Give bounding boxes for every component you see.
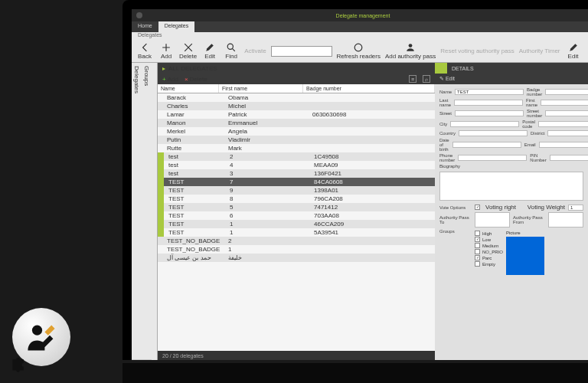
email-field[interactable] — [539, 142, 588, 148]
table-row[interactable]: TEST57471412 — [158, 203, 435, 211]
table-row[interactable]: TEST_NO_BADGE1 — [158, 245, 435, 254]
window-menu-icon[interactable] — [136, 12, 142, 18]
table-row[interactable]: test21C49508 — [158, 152, 435, 161]
add-authority-button[interactable]: Add authority pass — [385, 43, 436, 60]
activate-button: Activate — [244, 47, 266, 54]
table-row[interactable]: MerkelAngela — [158, 127, 435, 136]
table-row[interactable]: TEST146CCA209 — [158, 220, 435, 228]
pass-from-area[interactable] — [548, 212, 583, 228]
group-checkbox[interactable]: Empty — [475, 261, 503, 267]
details-form: NameBadge number Last nameFirst name Str… — [435, 84, 588, 360]
list-header: ▸ALL DELEGATES — [158, 63, 435, 74]
table-row[interactable]: حمد بن عيسى آلخليفة — [158, 254, 435, 262]
name-field[interactable] — [455, 89, 524, 95]
lastname-field[interactable] — [454, 100, 523, 106]
col-name: Name — [158, 84, 219, 93]
product-logo — [12, 308, 75, 371]
badge-field[interactable] — [545, 89, 588, 95]
dob-field[interactable] — [452, 142, 521, 148]
edit-ext-button[interactable]: Edit — [565, 43, 582, 60]
country-field[interactable] — [459, 130, 528, 136]
add-button[interactable]: Add — [158, 43, 175, 60]
pin-field[interactable] — [550, 155, 588, 161]
table-row[interactable]: test3136F0421 — [158, 169, 435, 178]
table-row[interactable]: RutteMark — [158, 144, 435, 152]
list-add-button[interactable]: +Add — [162, 76, 178, 83]
group-checkbox[interactable]: Parc — [475, 255, 503, 260]
sidebar-item-delegates[interactable]: Delegates — [132, 63, 142, 360]
status-bar: 20 / 20 delegates — [158, 351, 435, 360]
subtab-label: Delegates — [132, 32, 588, 40]
groups-list[interactable]: HighLowMediumNO_PRIOParcEmpty — [475, 231, 503, 275]
pass-to-area[interactable] — [475, 212, 510, 228]
authority-timer-button: Authority Timer — [519, 47, 560, 54]
table-row[interactable]: test4MEAA09 — [158, 161, 435, 169]
table-row[interactable]: TEST_NO_BADGE2 — [158, 237, 435, 245]
col-firstname: First name — [219, 84, 303, 93]
back-button[interactable]: Back — [136, 43, 153, 60]
search-icon[interactable]: ⌕ — [423, 75, 430, 83]
group-checkbox[interactable]: Low — [475, 237, 503, 242]
edit-button[interactable]: Edit — [201, 43, 218, 60]
phone-field[interactable] — [458, 155, 527, 161]
refresh-readers-button[interactable]: Refresh readers — [337, 43, 381, 60]
sidebar-item-groups[interactable]: Groups — [142, 63, 152, 360]
svg-point-2 — [32, 326, 42, 336]
titlebar: Delegate management — [132, 9, 588, 21]
street-field[interactable] — [455, 110, 524, 116]
main-tabs: Home Delegates — [132, 21, 588, 32]
reset-voting-button: Reset voting authority pass — [440, 47, 514, 54]
table-row[interactable]: LamarPatrick0630630698 — [158, 110, 435, 119]
list-delete-button[interactable]: ×Delete — [185, 76, 207, 83]
table-row[interactable]: TEST6703AA08 — [158, 211, 435, 220]
table-row[interactable]: PutinVladimir — [158, 136, 435, 144]
delete-button[interactable]: Delete — [179, 43, 197, 60]
delegate-list[interactable]: BarackObamaCharlesMichelLamarPatrick0630… — [158, 93, 435, 351]
puzzle-icon — [11, 354, 29, 372]
picture-box[interactable] — [506, 237, 544, 275]
postal-field[interactable] — [538, 121, 588, 127]
details-edit-button[interactable]: ✎ Edit — [439, 76, 455, 82]
biography-field[interactable] — [439, 172, 583, 201]
column-headers[interactable]: Name First name Badge number — [158, 84, 435, 93]
app-title: Delegate management — [336, 13, 390, 18]
streetnum-field[interactable] — [545, 110, 588, 116]
svg-point-1 — [409, 44, 413, 47]
table-row[interactable]: TEST784CA0608 — [158, 178, 435, 186]
table-row[interactable]: TEST91398A01 — [158, 186, 435, 195]
group-checkbox[interactable]: Medium — [475, 243, 503, 248]
district-field[interactable] — [547, 130, 588, 136]
col-badge: Badge number — [303, 84, 435, 93]
badge-status-dropdown[interactable] — [271, 46, 332, 57]
table-row[interactable]: BarackObama — [158, 93, 435, 102]
group-checkbox[interactable]: NO_PRIO — [475, 249, 503, 254]
group-checkbox[interactable]: High — [475, 231, 503, 236]
table-row[interactable]: TEST8796CA208 — [158, 195, 435, 203]
table-row[interactable]: TEST15A39541 — [158, 228, 435, 237]
find-button[interactable]: Find — [223, 43, 240, 60]
voting-weight-field[interactable] — [568, 205, 583, 211]
toolbar: Back Add Delete Edit Find Activate Refre… — [132, 40, 588, 63]
voting-right-checkbox[interactable] — [475, 205, 480, 210]
tab-home[interactable]: Home — [132, 21, 158, 32]
table-row[interactable]: ManonEmmanuel — [158, 119, 435, 127]
firstname-field[interactable] — [541, 100, 588, 106]
tab-delegates[interactable]: Delegates — [158, 21, 195, 32]
table-row[interactable]: CharlesMichel — [158, 102, 435, 110]
city-field[interactable] — [450, 121, 519, 127]
sidebar: Delegates Groups — [132, 63, 158, 360]
details-header: DETAILS — [447, 66, 479, 71]
filter-icon[interactable]: ≡ — [409, 75, 416, 83]
